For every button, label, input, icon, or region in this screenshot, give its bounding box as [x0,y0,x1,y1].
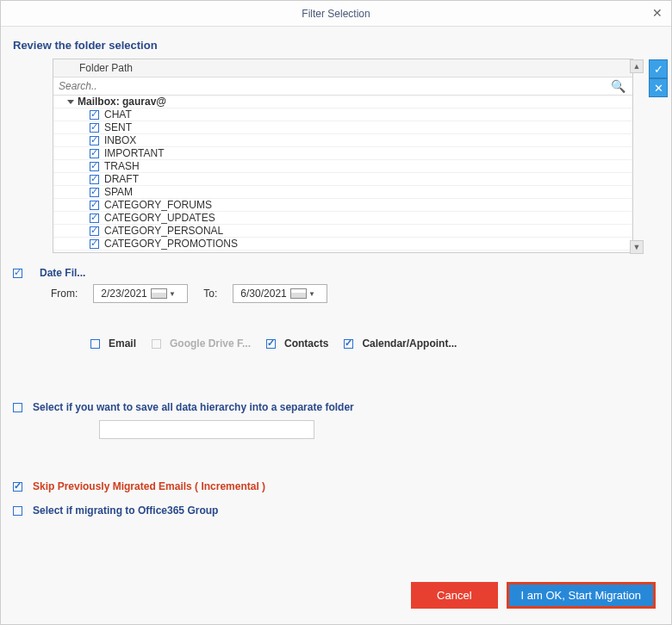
office365-group-label: Select if migrating to Office365 Group [33,504,218,517]
folder-label: SPAM [104,186,133,198]
skip-incremental-checkbox[interactable] [13,482,22,492]
from-date-value: 2/23/2021 [101,288,146,300]
folder-label: CHAT [104,108,132,121]
item-types-row: Email Google Drive F... Contacts Calenda… [90,337,659,350]
search-icon[interactable]: 🔍 [604,79,632,93]
scroll-up-icon[interactable]: ▲ [630,59,644,73]
chevron-down-icon[interactable]: ▼ [308,290,323,298]
scroll-down-icon[interactable]: ▼ [630,240,644,254]
gdrive-label: Google Drive F... [170,337,251,350]
date-filter-checkbox[interactable] [13,269,22,278]
date-filter-row: Date Fil... [13,267,659,279]
email-checkbox[interactable] [90,339,100,349]
footer-buttons: Cancel I am OK, Start Migration [411,582,656,609]
hierarchy-folder-input[interactable] [99,420,314,439]
tree-action-col: ✓ ✕ [649,59,668,97]
calendar-checkbox[interactable] [344,339,353,349]
gdrive-checkbox [152,339,161,349]
contacts-label: Contacts [284,337,328,350]
folder-label: TRASH [104,160,140,172]
office365-group-checkbox[interactable] [13,506,22,516]
date-filter-label: Date Fil... [40,267,85,279]
chevron-down-icon[interactable]: ▼ [169,290,184,298]
folder-label: CATEGORY_UPDATES [104,212,215,224]
folder-row[interactable]: CATEGORY_UPDATES [53,212,632,225]
folder-checkbox[interactable] [90,175,99,184]
review-heading: Review the folder selection [13,39,659,52]
folder-row[interactable]: IMPORTANT [53,147,632,160]
folder-label: INBOX [104,134,136,146]
folder-label: DRAFT [104,173,139,185]
to-label: To: [200,288,221,300]
start-migration-button[interactable]: I am OK, Start Migration [509,585,653,606]
search-input[interactable] [53,77,604,95]
save-hierarchy-row: Select if you want to save all data hier… [13,401,659,413]
skip-incremental-row: Skip Previously Migrated Emails ( Increm… [13,480,659,492]
folder-checkbox[interactable] [90,239,99,249]
mailbox-row[interactable]: Mailbox: gaurav@ [53,96,632,108]
skip-incremental-label: Skip Previously Migrated Emails ( Increm… [33,480,265,492]
folder-row[interactable]: DRAFT [53,173,632,186]
office365-group-row: Select if migrating to Office365 Group [13,504,659,517]
folder-label: IMPORTANT [104,147,165,159]
folder-label: CATEGORY_FORUMS [104,199,212,211]
folder-label: CATEGORY_PROMOTIONS [104,238,238,250]
close-icon[interactable]: ✕ [652,6,663,20]
folder-checkbox[interactable] [90,213,99,223]
folder-checkbox[interactable] [90,110,99,120]
folder-checkbox[interactable] [90,136,99,145]
folder-label: CATEGORY_PERSONAL [104,225,223,237]
search-row: 🔍 [53,77,632,96]
folder-path-header: Folder Path [53,59,632,77]
from-label: From: [47,288,81,300]
calendar-icon[interactable] [151,288,167,299]
folder-row[interactable]: CATEGORY_SOCIAL [53,251,632,252]
save-hierarchy-label: Select if you want to save all data hier… [33,401,354,413]
start-button-highlight: I am OK, Start Migration [507,582,656,609]
folder-row[interactable]: CATEGORY_PROMOTIONS [53,238,632,251]
mailbox-label: Mailbox: gaurav@ [78,96,166,108]
folder-tree-body[interactable]: Mailbox: gaurav@ CHAT SENT INBOX IMPORTA… [53,96,632,252]
folder-checkbox[interactable] [90,123,99,133]
to-date-value: 6/30/2021 [240,288,286,300]
folder-checkbox[interactable] [90,162,99,171]
folder-checkbox[interactable] [90,188,99,197]
folder-row[interactable]: SPAM [53,186,632,199]
to-date-input[interactable]: 6/30/2021 ▼ [233,284,327,303]
uncheck-all-button[interactable]: ✕ [649,78,668,97]
folder-row[interactable]: CATEGORY_FORUMS [53,199,632,212]
folder-checkbox[interactable] [90,201,99,210]
folder-checkbox[interactable] [90,252,99,253]
folder-row[interactable]: INBOX [53,134,632,147]
window-title: Filter Selection [302,8,370,20]
calendar-label: Calendar/Appoint... [362,337,457,350]
folder-checkbox[interactable] [90,149,99,158]
contacts-checkbox[interactable] [266,339,276,349]
folder-label: SENT [104,121,132,133]
folder-checkbox[interactable] [90,226,99,236]
folder-row[interactable]: CHAT [53,108,632,121]
email-label: Email [109,337,136,350]
title-bar: Filter Selection ✕ [1,1,671,27]
from-date-input[interactable]: 2/23/2021 ▼ [93,284,188,303]
check-all-button[interactable]: ✓ [649,59,668,78]
folder-row[interactable]: CATEGORY_PERSONAL [53,225,632,238]
folder-row[interactable]: TRASH [53,160,632,173]
folder-label: CATEGORY_SOCIAL [104,251,205,252]
expand-arrow-icon[interactable] [67,100,74,104]
folder-tree: Folder Path 🔍 Mailbox: gaurav@ CHAT SENT… [53,59,633,253]
cancel-button[interactable]: Cancel [411,582,497,609]
save-hierarchy-checkbox[interactable] [13,403,22,412]
folder-row[interactable]: SENT [53,121,632,134]
calendar-icon[interactable] [290,288,307,299]
